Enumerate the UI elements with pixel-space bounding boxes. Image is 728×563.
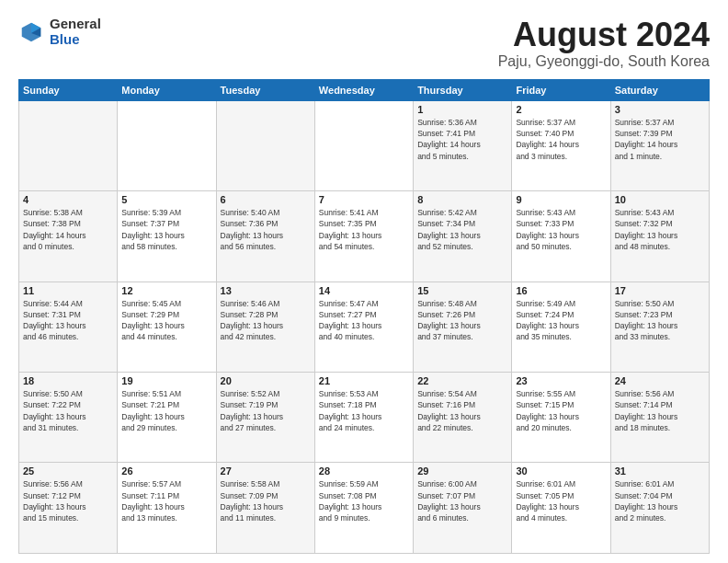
day-info: Sunrise: 6:01 AMSunset: 7:04 PMDaylight:… [615,478,705,523]
day-number: 6 [221,194,311,205]
calendar-cell: 10Sunrise: 5:43 AMSunset: 7:32 PMDayligh… [610,191,709,282]
calendar-cell: 16Sunrise: 5:49 AMSunset: 7:24 PMDayligh… [512,282,610,372]
calendar-cell: 30Sunrise: 6:01 AMSunset: 7:05 PMDayligh… [512,463,610,554]
logo-text: General Blue [50,17,101,47]
day-info: Sunrise: 5:36 AMSunset: 7:41 PMDaylight:… [417,117,507,162]
day-number: 17 [615,285,705,296]
calendar-cell: 26Sunrise: 5:57 AMSunset: 7:11 PMDayligh… [118,463,216,554]
calendar-week-2: 4Sunrise: 5:38 AMSunset: 7:38 PMDaylight… [19,191,710,282]
day-info: Sunrise: 5:38 AMSunset: 7:38 PMDaylight:… [23,207,113,252]
calendar-header-thursday: Thursday [414,79,512,100]
calendar-cell: 3Sunrise: 5:37 AMSunset: 7:39 PMDaylight… [610,100,709,190]
calendar-header-saturday: Saturday [610,79,709,100]
day-info: Sunrise: 5:45 AMSunset: 7:29 PMDaylight:… [121,298,211,343]
calendar-cell: 7Sunrise: 5:41 AMSunset: 7:35 PMDaylight… [314,191,413,282]
day-info: Sunrise: 6:01 AMSunset: 7:05 PMDaylight:… [516,478,606,523]
calendar-header-monday: Monday [118,79,216,100]
calendar-header-tuesday: Tuesday [216,79,314,100]
logo-blue-label: Blue [50,32,101,48]
day-info: Sunrise: 5:37 AMSunset: 7:39 PMDaylight:… [615,117,705,162]
day-info: Sunrise: 5:51 AMSunset: 7:21 PMDaylight:… [121,388,211,433]
calendar-cell: 17Sunrise: 5:50 AMSunset: 7:23 PMDayligh… [610,282,709,372]
day-info: Sunrise: 5:44 AMSunset: 7:31 PMDaylight:… [23,298,113,343]
day-info: Sunrise: 5:55 AMSunset: 7:15 PMDaylight:… [516,388,606,433]
calendar-cell [118,100,216,190]
day-number: 5 [121,194,211,205]
calendar-week-1: 1Sunrise: 5:36 AMSunset: 7:41 PMDaylight… [19,100,710,190]
day-number: 28 [319,465,409,477]
calendar-cell [314,100,413,190]
page: General Blue August 2024 Paju, Gyeonggi-… [0,0,728,563]
calendar-header-friday: Friday [512,79,610,100]
day-info: Sunrise: 5:41 AMSunset: 7:35 PMDaylight:… [319,207,409,252]
calendar-header-row: SundayMondayTuesdayWednesdayThursdayFrid… [19,79,710,100]
calendar-cell: 29Sunrise: 6:00 AMSunset: 7:07 PMDayligh… [414,463,512,554]
calendar-cell: 2Sunrise: 5:37 AMSunset: 7:40 PMDaylight… [512,100,610,190]
day-info: Sunrise: 5:46 AMSunset: 7:28 PMDaylight:… [221,298,311,343]
day-info: Sunrise: 5:40 AMSunset: 7:36 PMDaylight:… [221,207,311,252]
day-number: 31 [615,465,705,477]
day-info: Sunrise: 5:58 AMSunset: 7:09 PMDaylight:… [221,478,311,523]
day-number: 25 [23,465,113,477]
day-number: 21 [319,375,409,386]
calendar-header-wednesday: Wednesday [314,79,413,100]
calendar-week-3: 11Sunrise: 5:44 AMSunset: 7:31 PMDayligh… [19,282,710,372]
day-info: Sunrise: 5:56 AMSunset: 7:14 PMDaylight:… [615,388,705,433]
day-number: 26 [121,465,211,477]
day-info: Sunrise: 5:59 AMSunset: 7:08 PMDaylight:… [319,478,409,523]
calendar-cell: 20Sunrise: 5:52 AMSunset: 7:19 PMDayligh… [216,373,314,463]
logo: General Blue [18,17,101,47]
calendar-cell: 8Sunrise: 5:42 AMSunset: 7:34 PMDaylight… [414,191,512,282]
calendar-cell: 24Sunrise: 5:56 AMSunset: 7:14 PMDayligh… [610,373,709,463]
day-info: Sunrise: 5:52 AMSunset: 7:19 PMDaylight:… [221,388,311,433]
day-info: Sunrise: 5:48 AMSunset: 7:26 PMDaylight:… [417,298,507,343]
day-info: Sunrise: 5:39 AMSunset: 7:37 PMDaylight:… [121,207,211,252]
day-number: 29 [417,465,507,477]
day-number: 24 [615,375,705,386]
day-number: 14 [319,285,409,296]
page-subtitle: Paju, Gyeonggi-do, South Korea [498,53,710,70]
day-number: 23 [516,375,606,386]
day-number: 2 [516,104,606,115]
day-number: 13 [221,285,311,296]
day-number: 11 [23,285,113,296]
page-title: August 2024 [498,17,710,53]
calendar-week-4: 18Sunrise: 5:50 AMSunset: 7:22 PMDayligh… [19,373,710,463]
day-info: Sunrise: 5:47 AMSunset: 7:27 PMDaylight:… [319,298,409,343]
calendar-cell: 4Sunrise: 5:38 AMSunset: 7:38 PMDaylight… [19,191,118,282]
calendar-cell: 14Sunrise: 5:47 AMSunset: 7:27 PMDayligh… [314,282,413,372]
logo-icon [18,19,44,45]
calendar-cell: 21Sunrise: 5:53 AMSunset: 7:18 PMDayligh… [314,373,413,463]
day-info: Sunrise: 5:54 AMSunset: 7:16 PMDaylight:… [417,388,507,433]
calendar-cell: 23Sunrise: 5:55 AMSunset: 7:15 PMDayligh… [512,373,610,463]
calendar-cell: 6Sunrise: 5:40 AMSunset: 7:36 PMDaylight… [216,191,314,282]
day-info: Sunrise: 5:50 AMSunset: 7:22 PMDaylight:… [23,388,113,433]
day-number: 19 [121,375,211,386]
calendar-cell: 31Sunrise: 6:01 AMSunset: 7:04 PMDayligh… [610,463,709,554]
calendar-cell [19,100,118,190]
day-info: Sunrise: 5:56 AMSunset: 7:12 PMDaylight:… [23,478,113,523]
day-info: Sunrise: 5:37 AMSunset: 7:40 PMDaylight:… [516,117,606,162]
day-number: 18 [23,375,113,386]
day-number: 27 [221,465,311,477]
day-number: 22 [417,375,507,386]
day-number: 20 [221,375,311,386]
day-number: 10 [615,194,705,205]
calendar-header-sunday: Sunday [19,79,118,100]
day-info: Sunrise: 5:57 AMSunset: 7:11 PMDaylight:… [121,478,211,523]
calendar-cell: 15Sunrise: 5:48 AMSunset: 7:26 PMDayligh… [414,282,512,372]
calendar-cell: 1Sunrise: 5:36 AMSunset: 7:41 PMDaylight… [414,100,512,190]
calendar-cell: 12Sunrise: 5:45 AMSunset: 7:29 PMDayligh… [118,282,216,372]
day-info: Sunrise: 5:49 AMSunset: 7:24 PMDaylight:… [516,298,606,343]
calendar-cell: 25Sunrise: 5:56 AMSunset: 7:12 PMDayligh… [19,463,118,554]
day-number: 1 [417,104,507,115]
calendar-cell: 11Sunrise: 5:44 AMSunset: 7:31 PMDayligh… [19,282,118,372]
calendar-cell: 19Sunrise: 5:51 AMSunset: 7:21 PMDayligh… [118,373,216,463]
calendar-cell: 22Sunrise: 5:54 AMSunset: 7:16 PMDayligh… [414,373,512,463]
day-info: Sunrise: 5:53 AMSunset: 7:18 PMDaylight:… [319,388,409,433]
calendar-cell [216,100,314,190]
day-number: 3 [615,104,705,115]
header: General Blue August 2024 Paju, Gyeonggi-… [18,17,710,70]
logo-general-label: General [50,17,101,32]
day-number: 16 [516,285,606,296]
